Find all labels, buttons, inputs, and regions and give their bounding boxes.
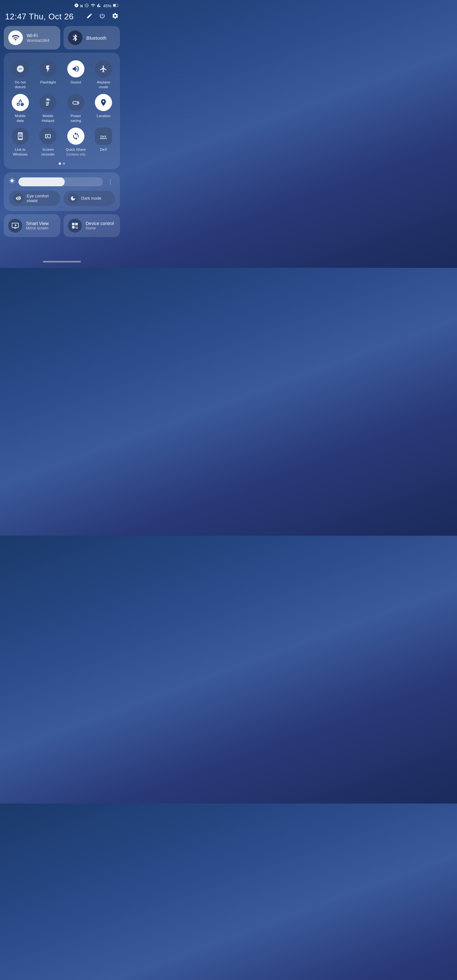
quick-grid: Do notdisturb Flashlight Sound bbox=[7, 59, 117, 158]
location-label: Location bbox=[97, 114, 110, 118]
brightness-section: ⋮ A Eye comfort shield Dark mode bbox=[4, 172, 120, 211]
brightness-slider[interactable] bbox=[18, 177, 103, 186]
wifi-toggle[interactable]: Wi-Fi Wombat1964 bbox=[4, 26, 60, 49]
device-control-icon bbox=[68, 219, 82, 232]
bluetooth-icon-circle bbox=[68, 30, 83, 45]
tile-dex[interactable]: DeX DeX bbox=[91, 126, 117, 158]
dex-icon: DeX bbox=[95, 127, 112, 145]
home-indicator-area bbox=[0, 240, 124, 266]
dark-mode-label: Dark mode bbox=[81, 196, 102, 200]
eye-comfort-toggle[interactable]: A Eye comfort shield bbox=[9, 191, 60, 206]
smart-view-title: Smart View bbox=[26, 221, 49, 226]
power-saving-label: Powersaving bbox=[70, 114, 81, 123]
tile-airplane-mode[interactable]: Airplanemode bbox=[91, 59, 117, 91]
page-dots bbox=[7, 162, 117, 165]
brightness-sun-icon bbox=[9, 178, 15, 186]
mobile-data-icon bbox=[12, 94, 29, 111]
do-not-disturb-label: Do notdisturb bbox=[14, 80, 26, 89]
tile-quick-share[interactable]: Quick Share Contacts only bbox=[62, 126, 89, 158]
mobile-data-label: Mobiledata bbox=[15, 114, 26, 123]
tile-power-saving[interactable]: Powersaving bbox=[62, 93, 89, 124]
link-to-windows-label: Link toWindows bbox=[13, 147, 28, 157]
nfc-icon: N bbox=[80, 4, 83, 8]
bluetooth-toggle[interactable]: Bluetooth bbox=[64, 26, 120, 49]
quick-share-sublabel: Contacts only bbox=[66, 152, 85, 156]
tile-do-not-disturb[interactable]: Do notdisturb bbox=[7, 59, 33, 91]
flashlight-icon bbox=[39, 60, 56, 78]
device-control-title: Device control bbox=[86, 221, 114, 226]
airplane-icon bbox=[95, 60, 112, 78]
page-dot-2 bbox=[63, 162, 65, 165]
brightness-more-button[interactable]: ⋮ bbox=[106, 177, 115, 186]
device-control-text: Device control Home bbox=[86, 221, 114, 231]
brightness-fill bbox=[18, 177, 65, 186]
screen-recorder-icon bbox=[39, 127, 56, 145]
wifi-status-icon bbox=[91, 3, 96, 9]
dex-label: DeX bbox=[100, 147, 107, 152]
svg-text:DeX: DeX bbox=[100, 135, 107, 138]
quick-grid-container: Do notdisturb Flashlight Sound bbox=[4, 52, 120, 169]
header-actions bbox=[86, 13, 119, 21]
mobile-hotspot-label: MobileHotspot bbox=[41, 114, 54, 123]
status-bar: N 45% bbox=[0, 0, 124, 10]
device-control-subtitle: Home bbox=[86, 226, 114, 231]
auto-rotate-icon bbox=[74, 3, 79, 9]
power-icon[interactable] bbox=[99, 13, 105, 21]
power-saving-icon bbox=[67, 94, 84, 111]
brightness-row: ⋮ bbox=[9, 177, 115, 186]
wifi-subtitle: Wombat1964 bbox=[27, 38, 49, 43]
battery-icon bbox=[113, 3, 119, 8]
tile-mobile-data[interactable]: Mobiledata bbox=[7, 93, 33, 124]
home-indicator bbox=[43, 261, 81, 262]
device-control-toggle[interactable]: Device control Home bbox=[64, 214, 120, 237]
dark-mode-icon bbox=[68, 193, 78, 204]
link-to-windows-icon bbox=[12, 127, 29, 145]
wifi-text: Wi-Fi Wombat1964 bbox=[27, 33, 49, 43]
airplane-mode-label: Airplanemode bbox=[97, 80, 110, 89]
status-icons: N 45% bbox=[74, 3, 119, 9]
tile-mobile-hotspot[interactable]: MobileHotspot bbox=[35, 93, 62, 124]
edit-icon[interactable] bbox=[86, 13, 93, 21]
page-dot-1 bbox=[59, 162, 61, 165]
dark-mode-toggle[interactable]: Dark mode bbox=[64, 191, 115, 206]
bluetooth-text: Bluetooth bbox=[86, 35, 106, 41]
settings-icon[interactable] bbox=[112, 13, 119, 21]
screen-recorder-label: Screenrecorder bbox=[41, 147, 55, 157]
do-not-disturb-icon bbox=[12, 60, 29, 78]
tile-flashlight[interactable]: Flashlight bbox=[35, 59, 62, 91]
mobile-hotspot-icon bbox=[39, 94, 56, 111]
quick-share-icon bbox=[67, 127, 84, 145]
top-toggles: Wi-Fi Wombat1964 Bluetooth bbox=[0, 26, 124, 49]
brightness-sub-row: A Eye comfort shield Dark mode bbox=[9, 191, 115, 206]
tile-sound[interactable]: Sound bbox=[62, 59, 89, 91]
smart-view-subtitle: Mirror screen bbox=[26, 226, 49, 231]
signal-icon bbox=[97, 3, 102, 9]
smart-view-icon bbox=[8, 219, 22, 232]
wifi-title: Wi-Fi bbox=[27, 33, 49, 38]
smart-view-toggle[interactable]: Smart View Mirror screen bbox=[4, 214, 60, 237]
alarm-icon bbox=[84, 3, 89, 9]
sound-icon bbox=[67, 60, 84, 78]
tile-location[interactable]: Location bbox=[91, 93, 117, 124]
location-icon bbox=[95, 94, 112, 111]
wifi-icon-circle bbox=[8, 30, 23, 45]
svg-rect-1 bbox=[113, 5, 116, 6]
bottom-toggles: Smart View Mirror screen Device control … bbox=[0, 214, 124, 237]
eye-comfort-icon: A bbox=[13, 193, 24, 204]
quick-share-label: Quick Share bbox=[66, 147, 86, 152]
smart-view-text: Smart View Mirror screen bbox=[26, 221, 49, 231]
header-row: 12:47 Thu, Oct 26 bbox=[0, 10, 124, 26]
tile-screen-recorder[interactable]: Screenrecorder bbox=[35, 126, 62, 158]
battery-percentage: 45% bbox=[103, 3, 111, 8]
svg-rect-3 bbox=[100, 138, 107, 139]
date-time: 12:47 Thu, Oct 26 bbox=[5, 12, 73, 22]
eye-comfort-label: Eye comfort shield bbox=[27, 194, 56, 203]
sound-label: Sound bbox=[70, 80, 81, 85]
flashlight-label: Flashlight bbox=[40, 80, 56, 85]
tile-link-to-windows[interactable]: Link toWindows bbox=[7, 126, 33, 158]
bluetooth-title: Bluetooth bbox=[86, 35, 106, 41]
